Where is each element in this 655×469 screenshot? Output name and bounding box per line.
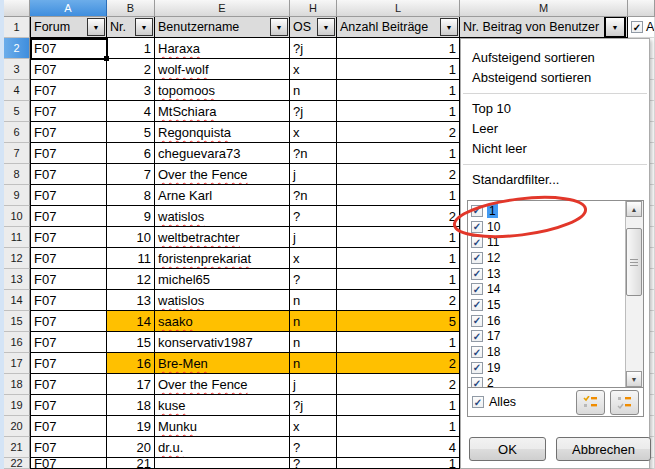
filter-value-item-18[interactable]: ✓18: [468, 344, 625, 360]
sheet-checkbox[interactable]: ✓: [631, 21, 643, 33]
scroll-down-button[interactable]: ▼: [626, 371, 642, 387]
cell-forum[interactable]: F07: [30, 227, 107, 248]
row-header-10[interactable]: 10: [4, 206, 30, 227]
cell-benutzername[interactable]: [155, 458, 290, 469]
row-header-1[interactable]: 1: [4, 17, 30, 38]
cell-benutzername[interactable]: Munku: [155, 416, 290, 437]
cell-nr[interactable]: 12: [107, 269, 155, 290]
cell-benutzername[interactable]: cheguevara73: [155, 143, 290, 164]
cell-benutzername[interactable]: watislos: [155, 290, 290, 311]
cell-os[interactable]: n: [290, 290, 337, 311]
column-header-clipped[interactable]: [628, 0, 655, 17]
column-header-E[interactable]: E: [155, 0, 290, 17]
filter-value-item-1[interactable]: ✓1: [468, 203, 625, 219]
cell-os[interactable]: x: [290, 59, 337, 80]
cell-nr[interactable]: 21: [107, 458, 155, 469]
row-header-18[interactable]: 18: [4, 374, 30, 395]
cancel-button[interactable]: Abbrechen: [556, 437, 651, 461]
cell-anzahl-beitraege[interactable]: 1: [337, 143, 460, 164]
cell-anzahl-beitraege[interactable]: 1: [337, 332, 460, 353]
cell-anzahl-beitraege[interactable]: 1: [337, 101, 460, 122]
cell-benutzername[interactable]: watislos: [155, 206, 290, 227]
cell-os[interactable]: j: [290, 227, 337, 248]
row-header-12[interactable]: 12: [4, 248, 30, 269]
cell-os[interactable]: ?: [290, 437, 337, 458]
cell-benutzername[interactable]: foristenprekariat: [155, 248, 290, 269]
cell-anzahl-beitraege[interactable]: 1: [337, 38, 460, 59]
row-header-5[interactable]: 5: [4, 101, 30, 122]
row-header-2[interactable]: 2: [4, 38, 30, 59]
cell-os[interactable]: ?: [290, 269, 337, 290]
cell-benutzername[interactable]: Regonquista: [155, 122, 290, 143]
cell-benutzername[interactable]: Haraxa: [155, 38, 290, 59]
filter-button-anzahl-beitr-ge[interactable]: ▼: [440, 18, 458, 36]
row-header-9[interactable]: 9: [4, 185, 30, 206]
cell-anzahl-beitraege[interactable]: 1: [337, 185, 460, 206]
cell-nr[interactable]: 9: [107, 206, 155, 227]
menu-item-aufsteigend-sortieren[interactable]: Aufsteigend sortieren: [461, 48, 649, 68]
cell-nr[interactable]: 17: [107, 374, 155, 395]
filter-button-nr-beitrag-von-benutzer-active[interactable]: ▼: [604, 17, 626, 38]
cell-forum[interactable]: F07: [30, 458, 107, 469]
cell-forum[interactable]: F07: [30, 185, 107, 206]
cell-anzahl-beitraege[interactable]: 4: [337, 437, 460, 458]
cell-forum[interactable]: F07: [30, 290, 107, 311]
cell-forum[interactable]: F07: [30, 416, 107, 437]
cell-benutzername[interactable]: weltbetrachter: [155, 227, 290, 248]
cell-forum[interactable]: F07: [30, 59, 107, 80]
cell-anzahl-beitraege[interactable]: 2: [337, 164, 460, 185]
cell-forum[interactable]: F07: [30, 143, 107, 164]
cell-nr[interactable]: 1: [107, 38, 155, 59]
value-checkbox-10[interactable]: ✓: [471, 221, 483, 233]
filter-value-item-19[interactable]: ✓19: [468, 360, 625, 376]
cell-forum[interactable]: F07: [30, 332, 107, 353]
cell-os[interactable]: n: [290, 80, 337, 101]
filter-value-item-16[interactable]: ✓16: [468, 313, 625, 329]
row-header-16[interactable]: 16: [4, 332, 30, 353]
value-checkbox-2[interactable]: ✓: [471, 377, 483, 387]
value-checkbox-11[interactable]: ✓: [471, 236, 483, 248]
cell-forum[interactable]: F07: [30, 164, 107, 185]
filter-value-item-14[interactable]: ✓14: [468, 281, 625, 297]
cell-nr[interactable]: 19: [107, 416, 155, 437]
row-header-4[interactable]: 4: [4, 80, 30, 101]
cell-anzahl-beitraege[interactable]: 1: [337, 59, 460, 80]
cell-anzahl-beitraege[interactable]: 2: [337, 206, 460, 227]
ok-button[interactable]: OK: [469, 437, 546, 461]
value-checkbox-13[interactable]: ✓: [471, 268, 483, 280]
cell-nr[interactable]: 7: [107, 164, 155, 185]
cell-benutzername[interactable]: michel65: [155, 269, 290, 290]
cell-nr[interactable]: 10: [107, 227, 155, 248]
row-header-6[interactable]: 6: [4, 122, 30, 143]
cell-os[interactable]: x: [290, 416, 337, 437]
scroll-up-button[interactable]: ▲: [626, 201, 642, 217]
cell-forum[interactable]: F07: [30, 206, 107, 227]
filter-value-item-17[interactable]: ✓17: [468, 329, 625, 345]
filter-button-os[interactable]: ▼: [317, 18, 335, 36]
scrollbar[interactable]: ▲ ▼: [625, 201, 643, 387]
value-checkbox-15[interactable]: ✓: [471, 299, 483, 311]
cell-anzahl-beitraege[interactable]: 5: [337, 311, 460, 332]
cell-benutzername[interactable]: topomoos: [155, 80, 290, 101]
cell-forum[interactable]: F07: [30, 437, 107, 458]
column-header-B[interactable]: B: [107, 0, 155, 17]
filter-button-nr[interactable]: ▼: [135, 18, 153, 36]
cell-benutzername[interactable]: wolf-wolf: [155, 59, 290, 80]
row-header-22[interactable]: 22: [4, 458, 30, 469]
cell-forum[interactable]: F07: [30, 38, 107, 59]
row-header-7[interactable]: 7: [4, 143, 30, 164]
filter-button-forum[interactable]: ▼: [87, 18, 105, 36]
cell-benutzername[interactable]: MtSchiara: [155, 101, 290, 122]
column-header-L[interactable]: L: [337, 0, 460, 17]
menu-item-leer[interactable]: Leer: [461, 119, 649, 139]
row-header-8[interactable]: 8: [4, 164, 30, 185]
cell-benutzername[interactable]: Over the Fence: [155, 374, 290, 395]
cell-anzahl-beitraege[interactable]: 2: [337, 374, 460, 395]
filter-value-item-13[interactable]: ✓13: [468, 266, 625, 282]
value-checkbox-18[interactable]: ✓: [471, 346, 483, 358]
row-header-13[interactable]: 13: [4, 269, 30, 290]
cell-forum[interactable]: F07: [30, 80, 107, 101]
cell-forum[interactable]: F07: [30, 269, 107, 290]
cell-os[interactable]: x: [290, 122, 337, 143]
cell-benutzername[interactable]: Over the Fence: [155, 164, 290, 185]
